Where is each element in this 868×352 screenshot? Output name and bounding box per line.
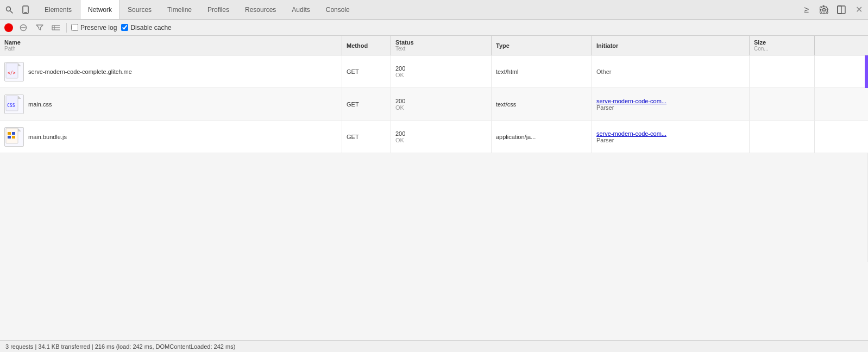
file-icon-css: CSS <box>4 95 24 114</box>
cell-initiator-2: serve-modern-code-com... Parser <box>592 121 750 153</box>
svg-marker-18 <box>18 96 21 99</box>
svg-rect-25 <box>12 136 15 139</box>
cell-name-0: </> serve-modern-code-complete.glitch.me <box>0 55 342 87</box>
tab-elements[interactable]: Elements <box>37 0 80 19</box>
tab-console[interactable]: Console <box>318 0 358 19</box>
cell-type-2: application/ja... <box>492 121 592 153</box>
cell-method-1: GET <box>342 88 391 120</box>
dock-icon[interactable] <box>834 3 848 17</box>
close-icon[interactable]: ✕ <box>852 3 866 17</box>
col-header-initiator[interactable]: Initiator <box>592 36 750 55</box>
cell-type-0: text/html <box>492 55 592 87</box>
device-icon[interactable] <box>18 3 33 17</box>
tab-timeline[interactable]: Timeline <box>160 0 200 19</box>
vertical-scrollbar[interactable] <box>865 55 868 88</box>
svg-rect-23 <box>12 132 15 135</box>
col-header-status[interactable]: Status Text <box>391 36 492 55</box>
col-header-name[interactable]: Name Path <box>0 36 342 55</box>
preserve-log-label[interactable]: Preserve log <box>71 24 117 32</box>
tab-profiles[interactable]: Profiles <box>200 0 237 19</box>
empty-table-area <box>0 153 868 262</box>
top-nav: Elements Network Sources Timeline Profil… <box>0 0 868 20</box>
toolbar: Preserve log Disable cache <box>0 20 868 36</box>
col-header-method[interactable]: Method <box>342 36 391 55</box>
table-row[interactable]: </> serve-modern-code-complete.glitch.me… <box>0 55 868 88</box>
svg-point-4 <box>823 8 826 11</box>
toolbar-divider <box>66 23 67 33</box>
table-row[interactable]: CSS main.css GET 200 OK text/css serve-m… <box>0 88 868 121</box>
cell-size-2 <box>750 121 815 153</box>
file-icon-js <box>4 127 24 147</box>
cell-type-1: text/css <box>492 88 592 120</box>
svg-marker-15 <box>18 63 21 66</box>
tab-sources[interactable]: Sources <box>120 0 160 19</box>
svg-rect-20 <box>6 128 18 143</box>
execute-icon[interactable]: ≥ <box>800 3 814 17</box>
view-button[interactable] <box>50 22 62 34</box>
cell-name-1: CSS main.css <box>0 88 342 120</box>
file-icon-html: </> <box>4 62 24 81</box>
svg-rect-24 <box>8 136 11 139</box>
nav-tabs: Elements Network Sources Timeline Profil… <box>37 0 358 19</box>
cell-initiator-0: Other <box>592 55 750 87</box>
col-header-size[interactable]: Size Con... <box>750 36 815 55</box>
svg-text:</>: </> <box>8 71 16 76</box>
filter-button[interactable] <box>34 22 46 34</box>
nav-right-controls: ≥ ✕ <box>800 3 866 17</box>
svg-text:CSS: CSS <box>7 103 15 108</box>
tab-network[interactable]: Network <box>80 0 120 19</box>
disable-cache-label[interactable]: Disable cache <box>121 24 171 32</box>
cell-status-1: 200 OK <box>391 88 492 120</box>
cell-method-2: GET <box>342 121 391 153</box>
col-header-type[interactable]: Type <box>492 36 592 55</box>
svg-line-1 <box>10 11 12 13</box>
disable-cache-checkbox[interactable] <box>121 24 128 31</box>
status-bar: 3 requests | 34.1 KB transferred | 216 m… <box>0 340 868 352</box>
tab-audits[interactable]: Audits <box>284 0 318 19</box>
nav-left-icons <box>2 3 33 17</box>
cell-status-2: 200 OK <box>391 121 492 153</box>
cell-name-2: main.bundle.js <box>0 121 342 153</box>
table-area: Name Path Method Status Text Type Initia… <box>0 36 868 340</box>
svg-marker-21 <box>18 128 21 131</box>
table-header: Name Path Method Status Text Type Initia… <box>0 36 868 55</box>
search-icon[interactable] <box>2 3 16 17</box>
cell-size-0 <box>750 55 815 87</box>
cell-size-1 <box>750 88 815 120</box>
record-button[interactable] <box>4 23 13 32</box>
svg-rect-22 <box>8 132 11 135</box>
preserve-log-checkbox[interactable] <box>71 24 78 31</box>
svg-rect-6 <box>838 6 841 14</box>
table-row[interactable]: main.bundle.js GET 200 OK application/ja… <box>0 121 868 153</box>
clear-button[interactable] <box>17 22 29 34</box>
table-scroll[interactable]: Name Path Method Status Text Type Initia… <box>0 36 868 340</box>
main-area: Preserve log Disable cache Name Path Met… <box>0 20 868 352</box>
cell-method-0: GET <box>342 55 391 87</box>
cell-status-0: 200 OK <box>391 55 492 87</box>
cell-initiator-1: serve-modern-code-com... Parser <box>592 88 750 120</box>
svg-point-0 <box>7 7 11 11</box>
settings-icon[interactable] <box>817 3 831 17</box>
tab-resources[interactable]: Resources <box>237 0 284 19</box>
